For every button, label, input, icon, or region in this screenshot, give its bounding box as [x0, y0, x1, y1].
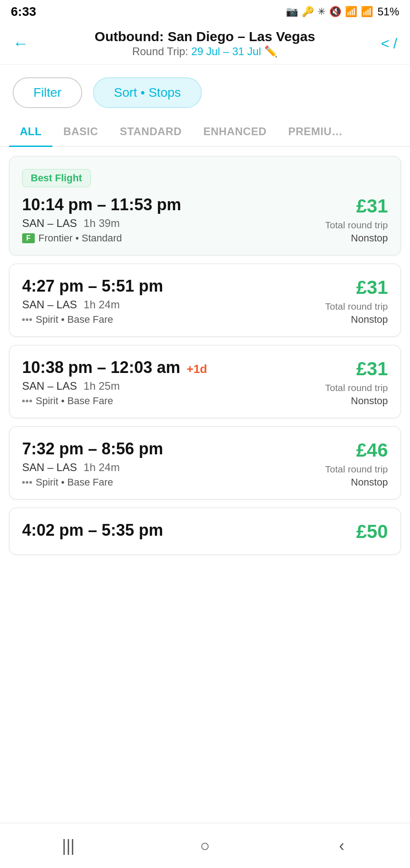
- header-center: Outbound: San Diego – Las Vegas Round Tr…: [36, 29, 374, 58]
- header-subtitle: Round Trip: 29 Jul – 31 Jul ✏️: [36, 45, 374, 58]
- flight-stops-2: Nonstop: [325, 314, 388, 326]
- flight-airline-3: Spirit • Base Fare: [22, 395, 207, 407]
- spirit-icon-2: [22, 318, 32, 321]
- spirit-icon-4: [22, 481, 32, 484]
- trip-type-1: Total round trip: [325, 220, 388, 231]
- header: ← Outbound: San Diego – Las Vegas Round …: [0, 22, 410, 65]
- flight-route-1: SAN – LAS 1h 39m: [22, 217, 181, 230]
- flight-row-1: 10:14 pm – 11:53 pm SAN – LAS 1h 39m F F…: [22, 195, 388, 244]
- tab-standard[interactable]: STANDARD: [109, 117, 192, 146]
- flight-right-1: £31 Total round trip Nonstop: [325, 195, 388, 244]
- flight-card-5-partial[interactable]: 4:02 pm – 5:35 pm £50: [9, 508, 401, 555]
- flight-left-1: 10:14 pm – 11:53 pm SAN – LAS 1h 39m F F…: [22, 195, 181, 244]
- flight-stops-4: Nonstop: [325, 476, 388, 488]
- battery-percent: 51%: [377, 5, 399, 18]
- flight-price-4: £46: [325, 439, 388, 461]
- airline-name-3: Spirit • Base Fare: [36, 395, 113, 407]
- page-title: Outbound: San Diego – Las Vegas: [36, 29, 374, 44]
- flight-time-1: 10:14 pm – 11:53 pm: [22, 195, 181, 214]
- trip-type-3: Total round trip: [325, 382, 388, 393]
- status-time: 6:33: [11, 5, 36, 19]
- flight-right-3: £31 Total round trip Nonstop: [325, 358, 388, 407]
- status-right-icons: 📷 🔑 ✳ 🔇 📶 📶 51%: [286, 5, 399, 18]
- duration-3: 1h 25m: [84, 380, 120, 392]
- round-trip-label: Round Trip:: [132, 45, 188, 57]
- flight-row-4: 7:32 pm – 8:56 pm SAN – LAS 1h 24m Spiri…: [22, 439, 388, 488]
- share-button[interactable]: < /: [381, 35, 397, 52]
- flight-time-5: 4:02 pm – 5:35 pm: [22, 521, 163, 540]
- flight-card-2[interactable]: 4:27 pm – 5:51 pm SAN – LAS 1h 24m Spiri…: [9, 264, 401, 337]
- duration-1: 1h 39m: [84, 217, 120, 229]
- bluetooth-icon: ✳: [317, 6, 326, 18]
- tab-basic[interactable]: BASIC: [52, 117, 109, 146]
- flight-price-1: £31: [325, 195, 388, 217]
- flight-right-5: £50: [356, 521, 388, 545]
- tab-all[interactable]: ALL: [9, 117, 52, 146]
- camera-icon: 📷: [286, 6, 298, 18]
- nav-recent-apps[interactable]: |||: [50, 832, 86, 859]
- route-label-4: SAN – LAS: [22, 461, 77, 473]
- flight-route-4: SAN – LAS 1h 24m: [22, 461, 163, 474]
- flight-time-4: 7:32 pm – 8:56 pm: [22, 439, 163, 458]
- plus1d-badge-3: +1d: [186, 362, 207, 376]
- status-system-icons: 📷 🔑 ✳ 🔇 📶 📶: [286, 6, 373, 18]
- flight-stops-1: Nonstop: [325, 232, 388, 244]
- airline-name-1: Frontier • Standard: [38, 232, 122, 244]
- edit-icon[interactable]: ✏️: [264, 45, 278, 57]
- filter-bar: Filter Sort • Stops: [0, 65, 410, 117]
- trip-type-2: Total round trip: [325, 301, 388, 312]
- flight-right-4: £46 Total round trip Nonstop: [325, 439, 388, 488]
- route-label-3: SAN – LAS: [22, 380, 77, 392]
- nav-back[interactable]: ‹: [324, 832, 360, 859]
- flight-price-5: £50: [356, 521, 388, 542]
- airline-name-4: Spirit • Base Fare: [36, 476, 113, 488]
- route-label-2: SAN – LAS: [22, 298, 77, 311]
- flight-airline-4: Spirit • Base Fare: [22, 476, 163, 488]
- duration-2: 1h 24m: [84, 298, 120, 311]
- best-flight-badge: Best Flight: [22, 169, 91, 187]
- route-label-1: SAN – LAS: [22, 217, 77, 229]
- status-bar: 6:33 📷 🔑 ✳ 🔇 📶 📶 51%: [0, 0, 410, 22]
- flight-card-1[interactable]: Best Flight 10:14 pm – 11:53 pm SAN – LA…: [9, 156, 401, 255]
- flight-row-3: 10:38 pm – 12:03 am +1d SAN – LAS 1h 25m…: [22, 358, 388, 407]
- flight-row-5: 4:02 pm – 5:35 pm £50: [22, 521, 388, 545]
- nav-bar: ||| ○ ‹: [0, 823, 410, 868]
- flight-left-5: 4:02 pm – 5:35 pm: [22, 521, 163, 542]
- flight-price-3: £31: [325, 358, 388, 380]
- spirit-icon-3: [22, 400, 32, 402]
- flight-row-2: 4:27 pm – 5:51 pm SAN – LAS 1h 24m Spiri…: [22, 277, 388, 326]
- flight-card-3[interactable]: 10:38 pm – 12:03 am +1d SAN – LAS 1h 25m…: [9, 345, 401, 418]
- flight-airline-1: F Frontier • Standard: [22, 232, 181, 244]
- mute-icon: 🔇: [329, 6, 341, 18]
- airline-name-2: Spirit • Base Fare: [36, 314, 113, 326]
- flight-stops-3: Nonstop: [325, 395, 388, 407]
- flight-route-3: SAN – LAS 1h 25m: [22, 380, 207, 392]
- nav-home[interactable]: ○: [187, 832, 223, 859]
- duration-4: 1h 24m: [84, 461, 120, 473]
- flight-left-3: 10:38 pm – 12:03 am +1d SAN – LAS 1h 25m…: [22, 358, 207, 407]
- back-button[interactable]: ←: [13, 34, 29, 53]
- trip-type-4: Total round trip: [325, 464, 388, 475]
- flight-route-2: SAN – LAS 1h 24m: [22, 298, 163, 311]
- tab-enhanced[interactable]: ENHANCED: [192, 117, 277, 146]
- flight-price-2: £31: [325, 277, 388, 298]
- wifi-icon: 📶: [345, 6, 357, 18]
- filter-button[interactable]: Filter: [13, 77, 82, 108]
- flight-left-2: 4:27 pm – 5:51 pm SAN – LAS 1h 24m Spiri…: [22, 277, 163, 326]
- date-range: 29 Jul – 31 Jul: [191, 45, 261, 57]
- flight-time-2: 4:27 pm – 5:51 pm: [22, 277, 163, 296]
- flight-card-4[interactable]: 7:32 pm – 8:56 pm SAN – LAS 1h 24m Spiri…: [9, 426, 401, 500]
- key-icon: 🔑: [302, 6, 314, 18]
- fare-tabs: ALL BASIC STANDARD ENHANCED PREMIU…: [0, 117, 410, 147]
- flight-left-4: 7:32 pm – 8:56 pm SAN – LAS 1h 24m Spiri…: [22, 439, 163, 488]
- flight-airline-2: Spirit • Base Fare: [22, 314, 163, 326]
- signal-icon: 📶: [361, 6, 373, 18]
- tab-premium[interactable]: PREMIU…: [277, 117, 354, 146]
- frontier-icon: F: [22, 233, 35, 243]
- flight-time-3: 10:38 pm – 12:03 am +1d: [22, 358, 207, 377]
- sort-button[interactable]: Sort • Stops: [93, 77, 201, 108]
- flights-list: Best Flight 10:14 pm – 11:53 pm SAN – LA…: [0, 147, 410, 564]
- flight-right-2: £31 Total round trip Nonstop: [325, 277, 388, 326]
